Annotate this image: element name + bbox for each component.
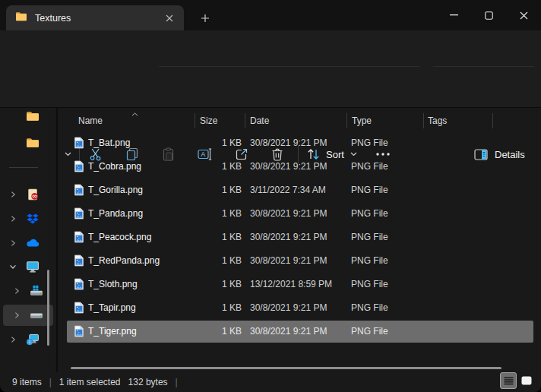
chevron-right-icon[interactable] <box>9 191 17 198</box>
column-header-name[interactable]: Name <box>78 115 103 126</box>
this-pc-icon <box>25 259 40 274</box>
file-date: 30/8/2021 9:21 PM <box>250 326 327 337</box>
sidebar-item-dropbox[interactable] <box>0 208 56 229</box>
sidebar-item-folder[interactable] <box>0 132 56 153</box>
folder-icon <box>25 135 40 150</box>
sidebar-divider[interactable] <box>56 108 58 372</box>
status-divider: | <box>176 377 178 387</box>
chevron-right-icon[interactable] <box>9 215 17 223</box>
file-date: 13/12/2021 8:59 PM <box>250 279 332 289</box>
png-file-icon <box>74 325 84 337</box>
png-file-icon <box>74 231 84 243</box>
column-separator[interactable] <box>492 113 493 128</box>
dropbox-icon <box>25 211 40 226</box>
png-file-icon <box>74 207 84 220</box>
file-name: T_Gorilla.png <box>88 185 143 195</box>
new-tab-plus-icon[interactable] <box>196 9 214 27</box>
maximize-icon[interactable] <box>471 0 506 30</box>
status-bar: 9 items | 1 item selected 132 bytes | <box>0 372 541 392</box>
file-name: T_Bat.png <box>88 138 130 148</box>
file-row[interactable]: T_Tiger.png 1 KB 30/8/2021 9:21 PM PNG F… <box>65 320 536 343</box>
file-type: PNG File <box>351 326 388 337</box>
file-row[interactable]: T_Panda.png 1 KB 30/8/2021 9:21 PM PNG F… <box>65 202 536 226</box>
file-row[interactable]: T_RedPanda.png 1 KB 30/8/2021 9:21 PM PN… <box>65 249 536 273</box>
view-mode-buttons <box>500 372 535 389</box>
file-row[interactable]: T_Peacock.png 1 KB 30/8/2021 9:21 PM PNG… <box>65 226 536 249</box>
file-list: T_Bat.png 1 KB 30/8/2021 9:21 PM PNG Fil… <box>65 131 536 343</box>
close-icon[interactable] <box>506 0 541 30</box>
png-file-icon <box>74 302 84 314</box>
drive-icon <box>29 308 44 323</box>
folder-icon <box>15 11 27 25</box>
file-type: PNG File <box>351 208 388 219</box>
sort-caret-up-icon <box>131 108 138 119</box>
windows-drive-icon <box>29 283 44 299</box>
file-row[interactable]: T_Sloth.png 1 KB 13/12/2021 8:59 PM PNG … <box>65 273 536 296</box>
folder-icon <box>25 109 40 124</box>
sidebar-item-folder[interactable] <box>0 106 56 127</box>
column-separator[interactable] <box>245 113 245 128</box>
onedrive-icon <box>25 236 40 251</box>
horizontal-scrollbar[interactable] <box>71 367 501 369</box>
file-type: PNG File <box>351 279 388 289</box>
chevron-right-icon[interactable] <box>9 336 17 343</box>
chevron-right-icon[interactable] <box>13 311 21 319</box>
file-row[interactable]: T_Bat.png 1 KB 30/8/2021 9:21 PM PNG Fil… <box>65 131 536 155</box>
thumbnail-view-button[interactable] <box>518 372 535 389</box>
file-date: 30/8/2021 9:21 PM <box>250 302 327 313</box>
file-type: PNG File <box>351 302 388 313</box>
file-type: PNG File <box>351 138 388 148</box>
file-row[interactable]: T_Gorilla.png 1 KB 3/11/2022 7:34 AM PNG… <box>65 179 536 202</box>
sidebar-item-creative-cloud[interactable] <box>0 184 56 205</box>
file-date: 3/11/2022 7:34 AM <box>250 185 326 195</box>
file-size: 1 KB <box>179 208 242 219</box>
thumbnail-view-icon <box>521 376 532 385</box>
png-file-icon <box>74 254 84 267</box>
chevron-down-icon[interactable] <box>9 263 17 270</box>
file-size: 1 KB <box>179 232 242 242</box>
png-file-icon <box>74 137 84 149</box>
network-icon <box>25 332 40 347</box>
file-name: T_Tapir.png <box>88 302 136 313</box>
file-date: 30/8/2021 9:21 PM <box>250 255 327 266</box>
file-explorer-window: Textures <box>0 0 541 392</box>
tab-textures[interactable]: Textures <box>6 5 184 30</box>
column-separator[interactable] <box>346 113 347 128</box>
file-name: T_RedPanda.png <box>88 255 160 266</box>
file-row[interactable]: T_Cobra.png 1 KB 30/8/2021 9:21 PM PNG F… <box>65 155 536 179</box>
file-date: 30/8/2021 9:21 PM <box>250 138 327 148</box>
column-header-size[interactable]: Size <box>200 115 217 126</box>
column-header-type[interactable]: Type <box>352 115 372 126</box>
file-size: 1 KB <box>179 279 242 289</box>
sidebar-selection-highlight <box>3 305 53 326</box>
file-name: T_Peacock.png <box>88 232 151 242</box>
chevron-right-icon[interactable] <box>9 239 17 247</box>
file-row[interactable]: T_Tapir.png 1 KB 30/8/2021 9:21 PM PNG F… <box>65 296 536 320</box>
column-separator[interactable] <box>195 113 195 128</box>
sidebar-item-onedrive[interactable] <box>0 232 56 254</box>
list-view-icon <box>504 377 514 385</box>
file-size: 1 KB <box>179 161 242 172</box>
file-type: PNG File <box>351 185 388 195</box>
file-name: T_Tiger.png <box>88 326 137 337</box>
file-date: 30/8/2021 9:21 PM <box>250 208 327 219</box>
tab-close-icon[interactable] <box>163 11 176 25</box>
column-header-date[interactable]: Date <box>250 115 269 126</box>
item-count: 9 items <box>12 377 42 387</box>
navigation-bar: … Jungle Vol 1 Textures <box>0 30 541 67</box>
column-header-tags[interactable]: Tags <box>428 115 447 126</box>
file-size: 1 KB <box>179 185 242 195</box>
tab-title: Textures <box>35 13 163 24</box>
chevron-right-icon[interactable] <box>13 287 21 295</box>
file-size: 1 KB <box>179 255 242 266</box>
column-separator[interactable] <box>423 113 424 128</box>
status-divider: | <box>49 377 52 387</box>
list-view-button[interactable] <box>500 372 517 389</box>
file-name: T_Cobra.png <box>88 161 141 172</box>
creative-cloud-icon <box>25 187 40 202</box>
file-name: T_Sloth.png <box>88 279 138 289</box>
minimize-icon[interactable] <box>436 0 471 30</box>
sidebar-separator <box>9 167 38 168</box>
sidebar-scrollbar[interactable] <box>47 270 49 346</box>
file-date: 30/8/2021 9:21 PM <box>250 232 327 242</box>
